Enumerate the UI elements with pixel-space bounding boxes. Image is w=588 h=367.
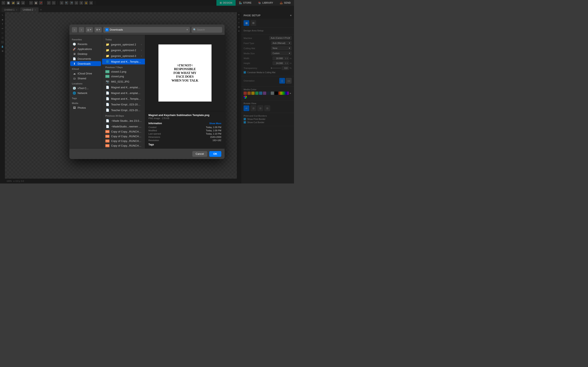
desktop-label: Desktop <box>78 52 87 55</box>
sidebar-item-network[interactable]: 🌐 Network <box>70 91 101 95</box>
sidebar-item-icloud-drive[interactable]: ☁ iCloud Drive <box>70 71 101 76</box>
jpg-icon-1: 📷 <box>105 80 109 83</box>
dialog-footer: Cancel OK <box>69 149 225 159</box>
tags-header: Tags <box>148 143 221 146</box>
file-name-4: Magnet and K...Template.png <box>111 60 142 63</box>
sidebar-item-photos[interactable]: 🖼 Photos <box>70 105 101 110</box>
icon-view-button[interactable]: ⊞ ▾ <box>95 27 102 33</box>
sidebar-item-applications[interactable]: 🚀 Applications <box>70 47 101 51</box>
file-copy-runch-5[interactable]: PNG Copy of Copy...RUNCH-5.png <box>102 143 145 148</box>
png-thumb-icon-5: PNG <box>105 140 109 142</box>
shared-icon: 🗂 <box>73 77 76 80</box>
file-copy-runch-2[interactable]: PNG Copy of Copy...RUNCH-2.png <box>102 129 145 134</box>
file-name-1: jpegmini_optimized 2 <box>111 43 139 46</box>
folder-icon-1: 📁 <box>105 42 109 47</box>
folder-icon-3: 📁 <box>105 54 109 58</box>
cancel-button[interactable]: Cancel <box>192 151 207 157</box>
file-magnet-3[interactable]: 📄 Magnet and K...emplate-3.pdf <box>102 90 145 96</box>
dialog-overlay: ‹ › ||| ▾ ⊞ ▾ ⬇ Downloads ▾ 🔍 Search <box>0 0 294 184</box>
preview-image-area: >I'M NOT< RESPONSIBLE FOR WHAT MY FACE D… <box>145 35 225 111</box>
file-magnet-2[interactable]: 📄 Magnet and K...emplate-2.pdf <box>102 84 145 90</box>
dialog-body: Favorites 🕐 Recents 🚀 Applications 🖥 Des… <box>69 35 225 149</box>
dimensions-label: Dimensions <box>148 136 160 138</box>
location-label: Downloads <box>110 28 123 31</box>
today-section: Today <box>102 38 145 42</box>
file-closed[interactable]: PNG closed.png <box>102 74 145 79</box>
sidebar-item-downloads[interactable]: ⬇ Downloads <box>70 61 101 66</box>
network-icon: 🌐 <box>73 91 76 95</box>
file-made-studio-2[interactable]: 📄 ~MadeStudio...reemen v1.pdf <box>102 124 145 129</box>
file-arrow-3: › <box>141 55 142 57</box>
file-teacher-1[interactable]: 📄 Teacher Empl...023-2024.pdf <box>102 101 145 107</box>
sidebar-item-recents[interactable]: 🕐 Recents <box>70 42 101 47</box>
png-thumb-icon-6: PNG <box>105 144 109 147</box>
file-made-studio[interactable]: 📄 ~Made Studio...les 23.04.f.pdf <box>102 118 145 124</box>
back-button[interactable]: ‹ <box>72 27 77 33</box>
file-name-14: ~MadeStudio...reemen v1.pdf <box>111 125 142 128</box>
xtool-icon: 💽 <box>73 86 76 90</box>
photos-icon: 🖼 <box>73 106 76 109</box>
dialog-sidebar: Favorites 🕐 Recents 🚀 Applications 🖥 Des… <box>69 35 102 149</box>
icon-view-chevron: ▾ <box>99 28 100 31</box>
pdf-gray-icon-3: 📄 <box>105 97 109 101</box>
tags-section-title: Tags <box>69 95 102 100</box>
icloud-icon: ☁ <box>73 72 76 75</box>
file-name-18: Copy of Copy...RUNCH-5.png <box>111 144 142 147</box>
file-arrow-1: › <box>141 43 142 46</box>
created-value: Today, 1:09 PM <box>206 126 221 128</box>
sidebar-item-shared[interactable]: 🗂 Shared <box>70 76 101 81</box>
documents-label: Documents <box>78 57 91 60</box>
file-name-3: jpegmini_optimized-3 <box>111 54 139 58</box>
file-copy-runch-3[interactable]: PNG Copy of Copy...RUNCH-3.png <box>102 134 145 139</box>
favorites-section-title: Favorites <box>69 37 102 42</box>
file-jpegmini-3[interactable]: 📁 jpegmini_optimized-3 › <box>102 53 145 59</box>
media-section-title: Media <box>69 100 102 105</box>
location-chevron: ▾ <box>187 28 188 31</box>
sidebar-item-documents[interactable]: 📄 Documents <box>70 56 101 61</box>
pdf-gray-icon-6: 📄 <box>105 119 109 123</box>
file-img-0231[interactable]: 📷 IMG_0231.JPG <box>102 79 145 84</box>
prev7-section: Previous 7 Days <box>102 65 145 69</box>
search-bar[interactable]: 🔍 Search <box>191 27 222 33</box>
file-copy-runch-4[interactable]: PNG Copy of Copy...RUNCH-4.png <box>102 139 145 143</box>
show-more-button[interactable]: Show More <box>209 122 221 125</box>
file-name-17: Copy of Copy...RUNCH-4.png <box>111 140 142 142</box>
pdf-gray-icon-7: 📄 <box>105 124 109 128</box>
png-thumb-icon-3: PNG <box>105 130 109 133</box>
pdf-gray-icon-2: 📄 <box>105 91 109 95</box>
file-name-12: Teacher Empl...023-2024.pdf <box>111 109 142 112</box>
preview-info: Magnet and Keychain Sublimation Template… <box>145 111 225 149</box>
dimensions-value: 1545×2000 <box>210 136 221 138</box>
applications-label: Applications <box>78 48 92 50</box>
file-name-11: Teacher Empl...023-2024.pdf <box>111 103 142 106</box>
ok-button[interactable]: OK <box>209 151 222 157</box>
file-name-2: jpegmini_optimized-2 <box>111 49 139 52</box>
resolution-label: Resolution <box>148 139 159 142</box>
file-magnet-template[interactable]: 🖼 Magnet and K...Template.png <box>102 59 145 64</box>
location-bar[interactable]: ⬇ Downloads ▾ <box>103 27 190 33</box>
list-view-button[interactable]: ||| ▾ <box>86 27 93 33</box>
file-closed-2[interactable]: PNG closed-2.png <box>102 69 145 74</box>
list-view-icon: ||| <box>87 29 89 31</box>
file-list: Today 📁 jpegmini_optimized 2 › 📁 jpegmin… <box>102 35 145 149</box>
forward-button[interactable]: › <box>79 27 84 33</box>
file-jpegmini-2[interactable]: 📁 jpegmini_optimized 2 › <box>102 42 145 47</box>
resolution-value: 182×182 <box>213 139 221 142</box>
pdf-gray-icon-4: 📄 <box>105 102 109 106</box>
info-label: Information <box>148 122 162 125</box>
applications-icon: 🚀 <box>73 47 76 50</box>
documents-icon: 📄 <box>73 57 76 60</box>
sidebar-item-desktop[interactable]: 🖥 Desktop <box>70 51 101 56</box>
downloads-label: Downloads <box>78 62 91 65</box>
sidebar-item-xtool[interactable]: 💽 xTool C... <box>70 86 101 91</box>
file-teacher-2[interactable]: 📄 Teacher Empl...023-2024.pdf <box>102 107 145 113</box>
modified-label: Modified <box>148 129 157 132</box>
file-name-6: closed.png <box>111 75 142 78</box>
file-jpegmini-2b[interactable]: 📁 jpegmini_optimized-2 › <box>102 47 145 53</box>
file-name-10: Magnet and K...Template.pdf <box>111 97 142 100</box>
file-magnet-pdf[interactable]: 📄 Magnet and K...Template.pdf <box>102 96 145 101</box>
preview-info-header: Information Show More <box>148 122 221 125</box>
desktop-icon: 🖥 <box>73 52 76 55</box>
photos-label: Photos <box>78 106 86 109</box>
search-placeholder: Search <box>197 28 205 31</box>
